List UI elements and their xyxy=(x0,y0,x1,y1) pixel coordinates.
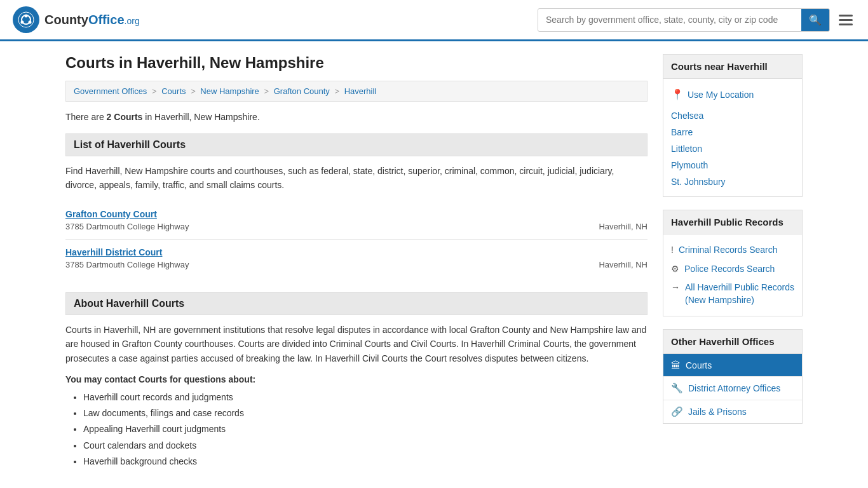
public-records-body: ! Criminal Records Search ⚙ Police Recor… xyxy=(663,234,803,316)
court-address-grafton: 3785 Dartmouth College Highway xyxy=(65,222,189,231)
list-item: Haverhill background checks xyxy=(83,454,648,470)
office-item-jails-prisons[interactable]: 🔗 Jails & Prisons xyxy=(663,400,802,423)
logo-text: CountyOffice.org xyxy=(44,13,140,27)
list-item: Appealing Haverhill court judgments xyxy=(83,421,648,437)
public-records-title: Haverhill Public Records xyxy=(663,210,803,234)
courts-list: Grafton County Court 3785 Dartmouth Coll… xyxy=(65,201,648,277)
nearby-city-st-johnsbury[interactable]: St. Johnsbury xyxy=(671,173,794,190)
contact-heading: You may contact Courts for questions abo… xyxy=(65,374,648,384)
nearby-city-chelsea[interactable]: Chelsea xyxy=(671,107,794,124)
office-da-link[interactable]: District Attorney Offices xyxy=(688,383,780,393)
office-courts-link[interactable]: Courts xyxy=(686,360,712,370)
logo-area[interactable]: CountyOffice.org xyxy=(13,6,140,33)
public-record-item: ⚙ Police Records Search xyxy=(671,260,794,279)
list-item: Court calendars and dockets xyxy=(83,438,648,454)
wrench-icon: 🔧 xyxy=(671,383,683,394)
svg-point-4 xyxy=(21,21,24,24)
other-offices-title: Other Haverhill Offices xyxy=(663,329,803,353)
count-text: There are 2 Courts in Haverhill, New Ham… xyxy=(65,112,648,122)
header-right: 🔍 xyxy=(538,8,855,32)
svg-point-3 xyxy=(29,21,32,24)
use-location-link[interactable]: 📍 Use My Location xyxy=(671,85,794,104)
table-row: Grafton County Court 3785 Dartmouth Coll… xyxy=(65,201,648,240)
search-button[interactable]: 🔍 xyxy=(801,9,829,31)
location-icon: 📍 xyxy=(671,88,684,100)
court-city-grafton: Haverhill, NH xyxy=(599,222,648,231)
link-icon: 🔗 xyxy=(671,406,683,417)
arrow-icon: → xyxy=(671,282,680,292)
other-offices-section: Other Haverhill Offices 🏛 Courts 🔧 Distr… xyxy=(663,329,803,424)
search-input[interactable] xyxy=(538,10,801,30)
court-address-haverhill-district: 3785 Dartmouth College Highway xyxy=(65,260,189,269)
breadcrumb-new-hampshire[interactable]: New Hampshire xyxy=(200,86,259,96)
breadcrumb-haverhill[interactable]: Haverhill xyxy=(344,86,377,96)
search-bar: 🔍 xyxy=(538,8,830,32)
public-record-item: → All Haverhill Public Records (New Hamp… xyxy=(671,278,794,309)
sidebar: Courts near Haverhill 📍 Use My Location … xyxy=(663,54,803,470)
nearby-section: Courts near Haverhill 📍 Use My Location … xyxy=(663,54,803,197)
menu-button[interactable] xyxy=(836,12,855,28)
nearby-city-littleton[interactable]: Littleton xyxy=(671,140,794,157)
public-records-section: Haverhill Public Records ! Criminal Reco… xyxy=(663,210,803,316)
gear-icon: ⚙ xyxy=(671,264,679,274)
breadcrumb: Government Offices > Courts > New Hampsh… xyxy=(65,81,648,102)
criminal-records-link[interactable]: Criminal Records Search xyxy=(679,244,778,257)
list-item: Law documents, filings and case records xyxy=(83,405,648,421)
office-jails-link[interactable]: Jails & Prisons xyxy=(688,407,747,417)
court-name-grafton[interactable]: Grafton County Court xyxy=(65,209,648,219)
all-public-records-link[interactable]: All Haverhill Public Records (New Hampsh… xyxy=(685,281,794,306)
main-container: Courts in Haverhill, New Hampshire Gover… xyxy=(53,41,815,482)
logo-icon xyxy=(13,6,39,33)
office-item-courts[interactable]: 🏛 Courts xyxy=(663,354,802,377)
about-section: About Haverhill Courts Courts in Haverhi… xyxy=(65,292,648,470)
nearby-city-barre[interactable]: Barre xyxy=(671,124,794,140)
nearby-city-plymouth[interactable]: Plymouth xyxy=(671,157,794,173)
breadcrumb-gov-offices[interactable]: Government Offices xyxy=(74,86,147,96)
content-area: Courts in Haverhill, New Hampshire Gover… xyxy=(65,54,648,470)
list-section-header: List of Haverhill Courts xyxy=(65,133,648,156)
page-title: Courts in Haverhill, New Hampshire xyxy=(65,54,648,72)
site-header: CountyOffice.org 🔍 xyxy=(0,0,868,41)
about-section-header: About Haverhill Courts xyxy=(65,292,648,315)
court-building-icon: 🏛 xyxy=(671,360,681,370)
public-record-item: ! Criminal Records Search xyxy=(671,241,794,260)
list-item: Haverhill court records and judgments xyxy=(83,390,648,405)
offices-list: 🏛 Courts 🔧 District Attorney Offices 🔗 J… xyxy=(663,353,803,424)
about-text: Courts in Haverhill, NH are government i… xyxy=(65,323,648,365)
svg-point-2 xyxy=(25,15,28,18)
court-name-haverhill-district[interactable]: Haverhill District Court xyxy=(65,247,648,257)
table-row: Haverhill District Court 3785 Dartmouth … xyxy=(65,240,648,277)
list-description: Find Haverhill, New Hampshire courts and… xyxy=(65,164,648,193)
nearby-body: 📍 Use My Location Chelsea Barre Littleto… xyxy=(663,78,803,197)
bullet-list: Haverhill court records and judgments La… xyxy=(65,390,648,470)
office-item-district-attorney[interactable]: 🔧 District Attorney Offices xyxy=(663,377,802,400)
breadcrumb-grafton-county[interactable]: Grafton County xyxy=(274,86,330,96)
police-records-link[interactable]: Police Records Search xyxy=(684,263,775,276)
court-city-haverhill-district: Haverhill, NH xyxy=(599,260,648,269)
breadcrumb-courts[interactable]: Courts xyxy=(161,86,186,96)
nearby-title: Courts near Haverhill xyxy=(663,54,803,78)
exclamation-icon: ! xyxy=(671,245,674,255)
